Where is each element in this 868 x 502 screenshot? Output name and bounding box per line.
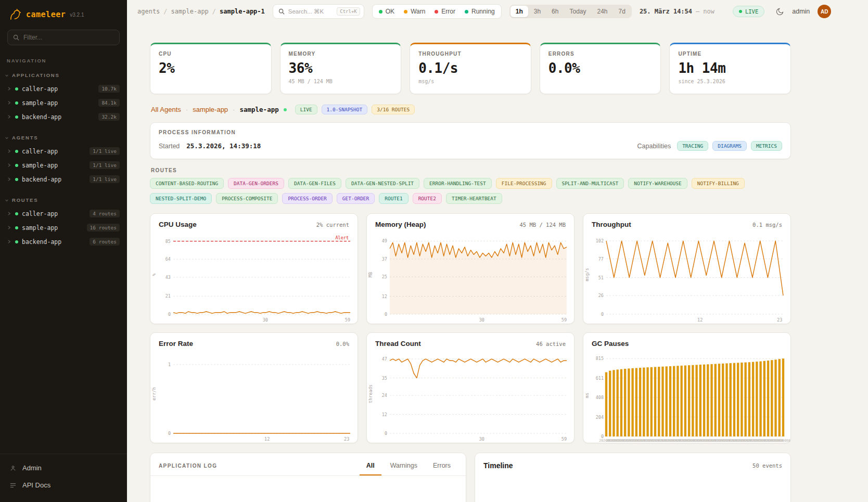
time-range-6h[interactable]: 6h: [546, 6, 564, 17]
route-pill-get-order[interactable]: GET-ORDER: [337, 193, 375, 204]
time-range-today[interactable]: Today: [564, 6, 591, 17]
breadcrumb-item-sample-app[interactable]: sample-app: [171, 8, 209, 15]
status-filter-running[interactable]: Running: [460, 8, 500, 15]
bottom-panels: APPLICATION LOG AllWarningsErrors Timeli…: [150, 453, 791, 502]
status-filter-warn[interactable]: Warn: [399, 8, 430, 15]
filter-input[interactable]: [23, 34, 114, 41]
route-pill-route2[interactable]: ROUTE2: [413, 193, 442, 204]
live-indicator[interactable]: LIVE: [733, 6, 764, 17]
sidebar-item-applications-sample-app[interactable]: sample-app84.1k: [0, 96, 127, 110]
sidebar-section-applications: APPLICATIONScaller-app10.7ksample-app84.…: [0, 70, 127, 124]
status-filter-ok[interactable]: OK: [374, 8, 399, 15]
sidebar-item-label: caller-app: [22, 85, 58, 93]
search-icon: [278, 8, 285, 15]
route-pill-data-gen-orders[interactable]: DATA-GEN-ORDERS: [228, 178, 284, 189]
route-pill-notify-warehouse[interactable]: NOTIFY-WAREHOUSE: [628, 178, 687, 189]
metric-card-uptime: UPTIME1h 14msince 25.3.2026: [669, 43, 791, 94]
chevron-right-icon: [7, 239, 11, 244]
route-pill-process-composite[interactable]: PROCESS-COMPOSITE: [216, 193, 278, 204]
agent-status-dot: [284, 108, 287, 111]
svg-text:12: 12: [382, 294, 387, 299]
log-tab-warnings[interactable]: Warnings: [384, 462, 424, 475]
chart-plot-cpu: 0214364853059%Alert: [150, 230, 358, 324]
sidebar-item-routes-caller-app[interactable]: caller-app4 routes: [0, 207, 127, 221]
sidebar-item-agents-sample-app[interactable]: sample-app1/1 live: [0, 158, 127, 172]
route-pill-timer-heartbeat[interactable]: TIMER-HEARTBEAT: [446, 193, 502, 204]
metric-label: THROUGHPUT: [418, 51, 522, 57]
route-pill-file-processing[interactable]: FILE-PROCESSING: [496, 178, 552, 189]
sidebar-item-applications-backend-app[interactable]: backend-app32.2k: [0, 110, 127, 124]
chart-card-memory: Memory (Heap)45 MB / 124 MB0122537493059…: [366, 213, 575, 324]
breadcrumb-item-agents[interactable]: agents: [137, 8, 160, 15]
metric-value: 0.0%: [548, 60, 653, 76]
process-info-card: PROCESS INFORMATION Started 25.3.2026, 1…: [150, 122, 791, 159]
log-tab-all[interactable]: All: [360, 462, 381, 475]
svg-text:43: 43: [165, 275, 171, 280]
sidebar-item-applications-caller-app[interactable]: caller-app10.7k: [0, 82, 127, 96]
route-pill-split-and-multicast[interactable]: SPLIT-AND-MULTICAST: [556, 178, 624, 189]
sidebar-item-agents-caller-app[interactable]: caller-app1/1 live: [0, 144, 127, 158]
sidebar-footer-admin[interactable]: Admin: [0, 459, 127, 477]
sidebar-item-label: caller-app: [22, 210, 58, 217]
started-value: 25.3.2026, 14:39:18: [186, 142, 261, 150]
avatar[interactable]: AD: [818, 5, 831, 18]
sidebar-item-routes-sample-app[interactable]: sample-app16 routes: [0, 221, 127, 235]
status-dot: [15, 212, 18, 215]
svg-text:59: 59: [345, 317, 350, 323]
search-input[interactable]: [288, 8, 333, 15]
route-pill-data-gen-nested-split[interactable]: DATA-GEN-NESTED-SPLIT: [346, 178, 419, 189]
svg-text:0: 0: [168, 431, 171, 436]
live-dot: [739, 10, 742, 13]
svg-text:12: 12: [697, 317, 703, 323]
date-range-display[interactable]: 25. März 14:54 — now: [640, 8, 714, 15]
chart-card-cpu: CPU Usage2% current0214364853059%Alert: [150, 213, 358, 324]
live-label: LIVE: [745, 8, 758, 15]
route-pill-notify-billing[interactable]: NOTIFY-BILLING: [692, 178, 745, 189]
route-pill-error-handling-test[interactable]: ERROR-HANDLING-TEST: [424, 178, 492, 189]
agent-badge-3-16-routes: 3/16 ROUTES: [372, 105, 415, 114]
section-header-agents[interactable]: AGENTS: [0, 132, 127, 144]
time-range-24h[interactable]: 24h: [592, 6, 613, 17]
svg-text:0: 0: [168, 312, 171, 317]
agent-link-sample-app[interactable]: sample-app: [193, 106, 228, 113]
count-badge: 1/1 live: [90, 161, 120, 169]
section-header-routes[interactable]: ROUTES: [0, 195, 127, 207]
route-pill-nested-split-demo[interactable]: NESTED-SPLIT-DEMO: [150, 193, 212, 204]
svg-text:30: 30: [479, 436, 484, 442]
svg-text:77: 77: [598, 256, 604, 262]
route-pill-route1[interactable]: ROUTE1: [379, 193, 408, 204]
status-dot: [15, 87, 18, 91]
moon-icon[interactable]: [775, 7, 784, 16]
sidebar-item-agents-backend-app[interactable]: backend-app1/1 live: [0, 172, 127, 186]
svg-text:59: 59: [561, 317, 567, 323]
sidebar-footer-api-docs[interactable]: API Docs: [0, 477, 127, 494]
search-box[interactable]: Ctrl+K: [273, 4, 364, 19]
metric-label: ERRORS: [548, 51, 653, 57]
app-logo[interactable]: cameleer v3.2.1: [0, 0, 127, 30]
breadcrumb-item-sample-app-1[interactable]: sample-app-1: [220, 8, 265, 15]
time-range-3h[interactable]: 3h: [529, 6, 546, 17]
status-filter-error[interactable]: Error: [430, 8, 460, 15]
count-badge: 32.2k: [98, 113, 120, 121]
metric-cards: CPU2%MEMORY36%45 MB / 124 MBTHROUGHPUT0.…: [150, 43, 791, 94]
chart-value-memory: 45 MB / 124 MB: [519, 222, 566, 228]
time-range-1h[interactable]: 1h: [510, 6, 528, 17]
svg-text:408: 408: [596, 395, 604, 400]
sidebar-item-routes-backend-app[interactable]: backend-app6 routes: [0, 235, 127, 249]
time-range-7d[interactable]: 7d: [614, 6, 631, 17]
svg-text:26: 26: [598, 293, 604, 298]
route-pill-data-gen-files[interactable]: DATA-GEN-FILES: [288, 178, 341, 189]
agent-link-all-agents[interactable]: All Agents: [151, 106, 181, 113]
route-pill-process-order[interactable]: PROCESS-ORDER: [282, 193, 332, 204]
log-tab-errors[interactable]: Errors: [426, 462, 457, 475]
section-header-applications[interactable]: APPLICATIONS: [0, 70, 127, 82]
svg-text:59: 59: [561, 436, 567, 442]
metric-value: 1h 14m: [678, 60, 782, 76]
metric-subtext: msg/s: [418, 79, 522, 84]
chart-value-cpu: 2% current: [316, 222, 349, 228]
sidebar-sections: APPLICATIONScaller-app10.7ksample-app84.…: [0, 70, 127, 257]
metric-card-errors: ERRORS0.0%: [540, 43, 661, 94]
agent-current[interactable]: sample-app: [239, 106, 278, 113]
route-pill-content-based-routing[interactable]: CONTENT-BASED-ROUTING: [150, 178, 224, 189]
sidebar-section-routes: ROUTEScaller-app4 routessample-app16 rou…: [0, 195, 127, 249]
